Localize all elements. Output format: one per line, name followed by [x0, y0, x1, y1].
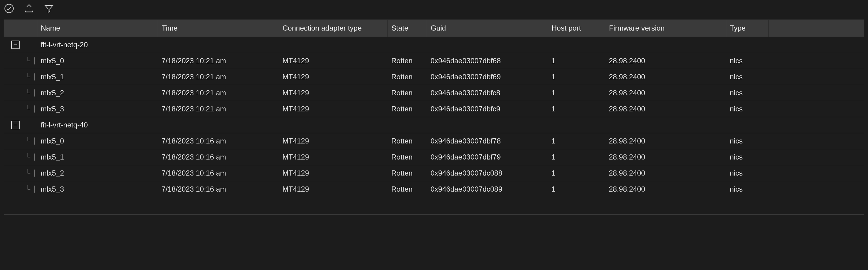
cell-guid: 0x946dae03007dc089 [427, 181, 548, 197]
cell-conn: MT4129 [279, 133, 388, 149]
cell-guid: 0x946dae03007dbf69 [427, 69, 548, 85]
row-checkbox[interactable] [34, 89, 35, 97]
cell-host: 1 [548, 69, 606, 85]
row-checkbox[interactable] [34, 154, 35, 161]
cell-host: 1 [548, 85, 606, 101]
col-conn[interactable]: Connection adapter type [279, 20, 388, 37]
cell-host: 1 [548, 181, 606, 197]
group-row: fit-l-vrt-netq-20 [4, 37, 864, 53]
cell-type: nics [726, 85, 769, 101]
cell-time: 7/18/2023 10:16 am [158, 165, 279, 181]
cell-state: Rotten [388, 69, 427, 85]
row-checkbox[interactable] [34, 105, 35, 113]
approve-icon[interactable] [4, 3, 14, 14]
child-indicator-icon: └ [26, 74, 31, 80]
row-checkbox[interactable] [34, 137, 35, 145]
cell-extra [769, 101, 864, 117]
cell-conn: MT4129 [279, 85, 388, 101]
row-checkbox[interactable] [34, 169, 35, 177]
cell-guid: 0x946dae03007dbfc8 [427, 85, 548, 101]
table-row: └mlx5_27/18/2023 10:16 amMT4129Rotten0x9… [4, 165, 864, 181]
svg-point-0 [5, 4, 13, 13]
cell-host: 1 [548, 101, 606, 117]
cell-host: 1 [548, 53, 606, 69]
cell-name: mlx5_3 [37, 181, 158, 197]
cell-conn: MT4129 [279, 101, 388, 117]
footer-row [4, 197, 864, 215]
row-checkbox[interactable] [34, 186, 35, 193]
group-row: fit-l-vrt-netq-40 [4, 117, 864, 133]
child-indicator-icon: └ [26, 89, 31, 96]
cell-guid: 0x946dae03007dbf79 [427, 149, 548, 165]
cell-type: nics [726, 53, 769, 69]
col-name[interactable]: Name [37, 20, 158, 37]
col-fw[interactable]: Firmware version [606, 20, 726, 37]
row-checkbox[interactable] [34, 57, 35, 64]
cell-guid: 0x946dae03007dc088 [427, 165, 548, 181]
cell-type: nics [726, 101, 769, 117]
table-row: └mlx5_27/18/2023 10:21 amMT4129Rotten0x9… [4, 85, 864, 101]
cell-extra [769, 85, 864, 101]
cell-time: 7/18/2023 10:21 am [158, 85, 279, 101]
cell-host: 1 [548, 165, 606, 181]
collapse-icon[interactable] [11, 121, 20, 129]
cell-state: Rotten [388, 85, 427, 101]
cell-extra [769, 149, 864, 165]
cell-fw: 28.98.2400 [606, 101, 726, 117]
col-host[interactable]: Host port [548, 20, 606, 37]
cell-type: nics [726, 165, 769, 181]
child-indicator-icon: └ [26, 186, 31, 192]
group-label[interactable]: fit-l-vrt-netq-40 [37, 117, 864, 133]
filter-icon[interactable] [43, 3, 54, 14]
cell-type: nics [726, 149, 769, 165]
col-state[interactable]: State [388, 20, 427, 37]
cell-type: nics [726, 69, 769, 85]
cell-conn: MT4129 [279, 149, 388, 165]
cell-time: 7/18/2023 10:16 am [158, 149, 279, 165]
cell-extra [769, 165, 864, 181]
child-indicator-icon: └ [26, 57, 31, 64]
cell-fw: 28.98.2400 [606, 181, 726, 197]
cell-state: Rotten [388, 133, 427, 149]
cell-state: Rotten [388, 165, 427, 181]
cell-extra [769, 181, 864, 197]
cell-type: nics [726, 133, 769, 149]
cell-guid: 0x946dae03007dbf78 [427, 133, 548, 149]
table-row: └mlx5_37/18/2023 10:16 amMT4129Rotten0x9… [4, 181, 864, 197]
col-time[interactable]: Time [158, 20, 279, 37]
export-icon[interactable] [24, 3, 34, 14]
cell-time: 7/18/2023 10:21 am [158, 101, 279, 117]
cell-state: Rotten [388, 53, 427, 69]
cell-time: 7/18/2023 10:21 am [158, 53, 279, 69]
col-type[interactable]: Type [726, 20, 769, 37]
header-row: Name Time Connection adapter type State … [4, 20, 864, 37]
cell-name: mlx5_0 [37, 53, 158, 69]
group-label[interactable]: fit-l-vrt-netq-20 [37, 37, 864, 53]
col-guid[interactable]: Guid [427, 20, 548, 37]
cell-state: Rotten [388, 181, 427, 197]
row-checkbox[interactable] [34, 73, 35, 81]
child-indicator-icon: └ [26, 154, 31, 160]
cell-extra [769, 53, 864, 69]
table-row: └mlx5_17/18/2023 10:21 amMT4129Rotten0x9… [4, 69, 864, 85]
cell-extra [769, 69, 864, 85]
cell-host: 1 [548, 149, 606, 165]
cell-fw: 28.98.2400 [606, 53, 726, 69]
table-row: └mlx5_07/18/2023 10:21 amMT4129Rotten0x9… [4, 53, 864, 69]
cell-extra [769, 133, 864, 149]
col-expand [4, 20, 37, 37]
toolbar [0, 0, 868, 19]
cell-time: 7/18/2023 10:16 am [158, 133, 279, 149]
col-extra [769, 20, 864, 37]
cell-state: Rotten [388, 101, 427, 117]
cell-guid: 0x946dae03007dbf68 [427, 53, 548, 69]
cell-fw: 28.98.2400 [606, 149, 726, 165]
cell-fw: 28.98.2400 [606, 133, 726, 149]
cell-conn: MT4129 [279, 69, 388, 85]
child-indicator-icon: └ [26, 138, 31, 144]
cell-fw: 28.98.2400 [606, 85, 726, 101]
cell-name: mlx5_3 [37, 101, 158, 117]
collapse-icon[interactable] [11, 40, 20, 49]
data-table: Name Time Connection adapter type State … [4, 19, 864, 215]
cell-host: 1 [548, 133, 606, 149]
